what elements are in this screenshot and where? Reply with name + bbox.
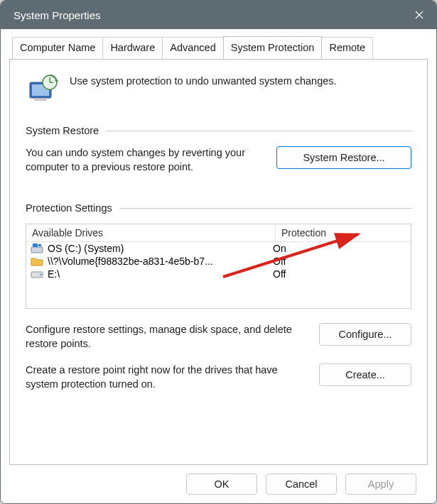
- drives-list[interactable]: Available Drives Protection OS (C:) (Sys…: [26, 224, 411, 309]
- drive-row[interactable]: E:\ Off: [26, 268, 411, 280]
- drive-name: \\?\Volume{f98832be-a831-4e5b-b7...: [48, 256, 213, 267]
- drive-name: E:\: [48, 268, 60, 280]
- configure-button[interactable]: Configure...: [319, 323, 411, 346]
- drive-status: Off: [271, 256, 406, 267]
- group-system-restore-title: System Restore: [26, 125, 99, 136]
- drive-row[interactable]: OS (C:) (System) On: [26, 242, 411, 255]
- system-restore-text: You can undo system changes by reverting…: [26, 146, 265, 174]
- system-properties-window: System Properties Computer Name Hardware…: [0, 0, 437, 504]
- drives-header: Available Drives Protection: [26, 224, 411, 242]
- tab-remote[interactable]: Remote: [321, 37, 373, 59]
- divider: [106, 131, 411, 131]
- svg-rect-6: [31, 247, 43, 253]
- svg-rect-7: [33, 243, 38, 247]
- svg-point-10: [40, 274, 42, 276]
- system-protection-icon: [26, 72, 60, 106]
- create-text: Create a restore point right now for the…: [26, 363, 308, 391]
- tab-computer-name[interactable]: Computer Name: [12, 37, 103, 59]
- intro-text: Use system protection to undo unwanted s…: [70, 72, 337, 87]
- title-bar: System Properties: [1, 1, 436, 29]
- os-drive-icon: [31, 243, 43, 254]
- cancel-button[interactable]: Cancel: [266, 473, 337, 495]
- group-protection-settings-title: Protection Settings: [26, 202, 112, 214]
- group-system-restore: System Restore You can undo system chang…: [26, 125, 411, 174]
- tab-strip: Computer Name Hardware Advanced System P…: [9, 36, 428, 59]
- window-title: System Properties: [14, 9, 402, 21]
- drive-status: Off: [271, 268, 406, 280]
- apply-button[interactable]: Apply: [345, 473, 416, 495]
- system-restore-button[interactable]: System Restore...: [276, 146, 411, 169]
- create-button[interactable]: Create...: [319, 363, 411, 386]
- divider: [119, 208, 411, 209]
- drive-status: On: [271, 243, 406, 254]
- ok-button[interactable]: OK: [186, 473, 257, 495]
- configure-text: Configure restore settings, manage disk …: [26, 323, 308, 351]
- column-available-drives[interactable]: Available Drives: [26, 224, 276, 241]
- tab-system-protection[interactable]: System Protection: [223, 36, 323, 58]
- folder-icon: [31, 256, 43, 267]
- svg-rect-8: [38, 244, 41, 246]
- intro-row: Use system protection to undo unwanted s…: [26, 72, 411, 106]
- window-close-button[interactable]: [402, 1, 436, 29]
- column-protection[interactable]: Protection: [276, 224, 411, 241]
- tab-hardware[interactable]: Hardware: [102, 37, 163, 59]
- svg-rect-2: [34, 98, 47, 101]
- client-area: Computer Name Hardware Advanced System P…: [1, 29, 436, 503]
- tab-advanced[interactable]: Advanced: [162, 37, 224, 59]
- drive-name: OS (C:) (System): [48, 243, 124, 254]
- tab-panel-system-protection: Use system protection to undo unwanted s…: [9, 59, 428, 465]
- close-icon: [415, 11, 423, 19]
- drive-row[interactable]: \\?\Volume{f98832be-a831-4e5b-b7... Off: [26, 255, 411, 268]
- group-protection-settings: Protection Settings Available Drives Pro…: [26, 202, 411, 391]
- drive-icon: [31, 268, 43, 280]
- dialog-footer: OK Cancel Apply: [9, 465, 428, 503]
